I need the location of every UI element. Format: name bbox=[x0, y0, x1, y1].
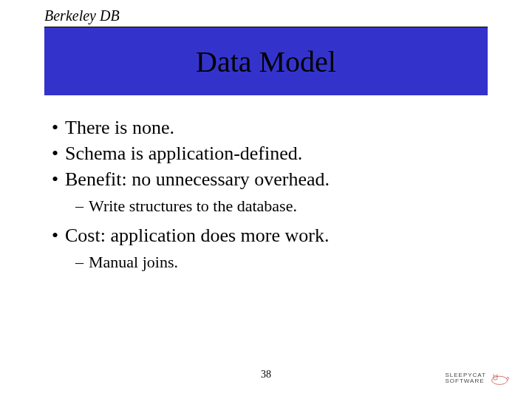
cat-icon bbox=[489, 371, 510, 386]
sub-bullet-item: Write structures to the database. bbox=[44, 194, 488, 218]
bullet-item: There is none. bbox=[44, 115, 488, 140]
slide-title: Data Model bbox=[196, 44, 336, 79]
slide-content: There is none. Schema is application-def… bbox=[44, 115, 488, 279]
svg-point-0 bbox=[492, 376, 508, 384]
header-label: Berkeley DB bbox=[44, 7, 120, 24]
logo-line2: SOFTWARE bbox=[445, 378, 486, 384]
logo-text: SLEEPYCAT SOFTWARE bbox=[445, 372, 486, 385]
bullet-item: Cost: application does more work. bbox=[44, 222, 488, 248]
sub-bullet-item: Manual joins. bbox=[44, 250, 488, 274]
bullet-item: Benefit: no unnecessary overhead. bbox=[44, 166, 488, 192]
title-bar: Data Model bbox=[44, 27, 488, 95]
sleepycat-logo: SLEEPYCAT SOFTWARE bbox=[445, 371, 510, 386]
bullet-item: Schema is application-defined. bbox=[44, 140, 488, 166]
